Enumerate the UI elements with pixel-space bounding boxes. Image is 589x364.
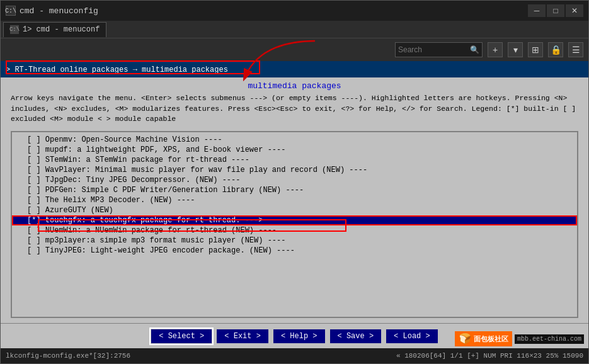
- tab-label: 1> cmd - menuconf: [23, 25, 100, 34]
- status-bar: lkconfig-mconfig.exe*[32]:2756 « 180206[…: [1, 348, 588, 363]
- menu-item[interactable]: [ ] TJpgDec: Tiny JPEG Decompressor. (NE…: [12, 175, 577, 185]
- search-input[interactable]: [398, 45, 467, 54]
- view-button[interactable]: ⊞: [528, 42, 543, 57]
- tab-bar: C:\ 1> cmd - menuconf: [1, 21, 588, 38]
- maximize-button[interactable]: □: [547, 4, 564, 17]
- status-left: lkconfig-mconfig.exe*[32]:2756: [6, 352, 130, 360]
- help-text: Arrow keys navigate the menu. <Enter> se…: [1, 92, 588, 128]
- minimize-button[interactable]: ─: [528, 4, 546, 17]
- main-content: > RT-Thread online packages → multimedia…: [1, 61, 588, 348]
- search-icon: 🔍: [470, 45, 479, 55]
- toolbar: 🔍 + ▾ ⊞ 🔒 ☰: [1, 38, 588, 61]
- menu-item[interactable]: [ ] TinyJPEG: Light-weight JPEG encoder …: [12, 246, 577, 256]
- status-right: « 180206[64] 1/1 [+] NUM PRI 116×23 25% …: [396, 352, 583, 360]
- status-info: « 180206[64] 1/1 [+] NUM PRI 116×23 25% …: [396, 352, 583, 360]
- window-controls: ─ □ ✕: [528, 4, 583, 17]
- title-bar-left: C:\ cmd - menuconfig: [6, 6, 98, 16]
- exit-button[interactable]: < Exit >: [217, 329, 268, 343]
- menu-item[interactable]: [ ] WavPlayer: Minimal music player for …: [12, 165, 577, 175]
- main-window: C:\ cmd - menuconfig ─ □ ✕ C:\ 1> cmd - …: [0, 0, 589, 364]
- add-tab-button[interactable]: +: [488, 42, 503, 57]
- window-title: cmd - menuconfig: [20, 6, 98, 16]
- menu-item[interactable]: [*] touchgfx: a touchgfx package for rt-…: [12, 215, 577, 225]
- menu-item[interactable]: [ ] mp3player:a simple mp3 format music …: [12, 236, 577, 246]
- cmd-icon: C:\: [6, 6, 16, 16]
- menu-item[interactable]: [ ] Openmv: Open-Source Machine Vision -…: [12, 135, 577, 145]
- breadcrumb-area: > RT-Thread online packages → multimedia…: [1, 61, 588, 77]
- menu-item[interactable]: [ ] NUemWin: a NUemWin package for rt-th…: [12, 225, 577, 236]
- help-button[interactable]: < Help >: [273, 329, 325, 343]
- tab-icon: C:\: [10, 25, 19, 34]
- load-button[interactable]: < Load >: [386, 329, 438, 343]
- menu-item[interactable]: [ ] AzureGUTY (NEW): [12, 205, 577, 215]
- search-box[interactable]: 🔍: [395, 42, 483, 57]
- save-button[interactable]: < Save >: [330, 329, 382, 343]
- watermark-label: 面包板社区: [474, 334, 508, 344]
- close-button[interactable]: ✕: [566, 4, 583, 17]
- breadcrumb: > RT-Thread online packages → multimedia…: [6, 65, 228, 74]
- menu-box[interactable]: [ ] Openmv: Open-Source Machine Vision -…: [11, 131, 578, 318]
- select-button[interactable]: < Select >: [151, 329, 212, 343]
- lock-button[interactable]: 🔒: [548, 42, 563, 57]
- menu-item[interactable]: [ ] mupdf: a lightweight PDF, XPS, and E…: [12, 145, 577, 155]
- watermark-url: mbb.eet-china.com: [515, 334, 584, 344]
- page-title: multimedia packages: [1, 77, 588, 92]
- menu-item[interactable]: [ ] PDFGen: Simple C PDF Writer/Generati…: [12, 185, 577, 195]
- title-bar: C:\ cmd - menuconfig ─ □ ✕: [1, 1, 588, 21]
- settings-button[interactable]: ☰: [568, 42, 583, 57]
- watermark-box: 🍞 面包板社区: [455, 331, 512, 346]
- dropdown-button[interactable]: ▾: [508, 42, 523, 57]
- tab-1[interactable]: C:\ 1> cmd - menuconf: [3, 22, 106, 37]
- menu-item[interactable]: [ ] The Helix MP3 Decoder. (NEW) ----: [12, 195, 577, 205]
- menu-item[interactable]: [ ] STemWin: a STemWin package for rt-th…: [12, 155, 577, 165]
- watermark: 🍞 面包板社区 mbb.eet-china.com: [455, 331, 584, 346]
